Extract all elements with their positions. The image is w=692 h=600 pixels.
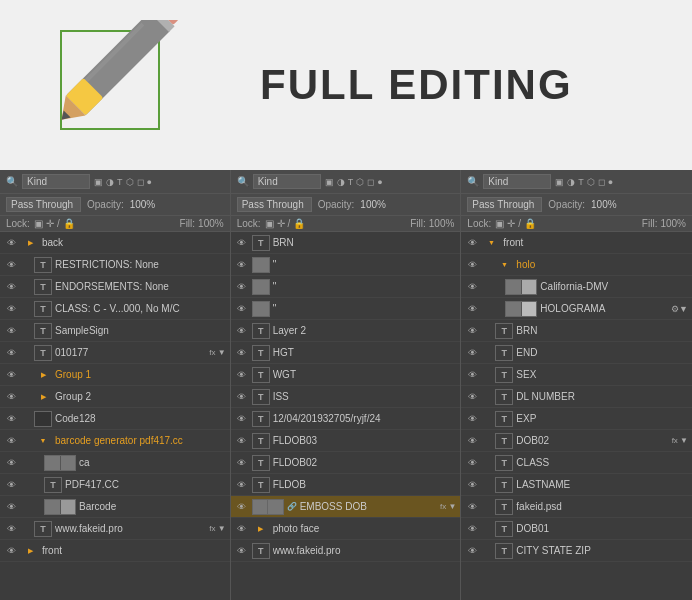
eye-f-cadmv[interactable]: 👁 bbox=[465, 280, 479, 294]
middle-kind-select[interactable]: Kind bbox=[253, 174, 321, 189]
layer-front[interactable]: 👁 ▶ front bbox=[0, 540, 230, 562]
layer-group1[interactable]: 👁 ▶ Group 1 bbox=[0, 364, 230, 386]
layer-ca[interactable]: 👁 ca bbox=[0, 452, 230, 474]
layer-m-emboss[interactable]: 👁 🔗 EMBOSS DOB fx ▼ bbox=[231, 496, 461, 518]
layer-m-www[interactable]: 👁 T www.fakeid.pro bbox=[231, 540, 461, 562]
eye-class[interactable]: 👁 bbox=[4, 302, 18, 316]
layer-f-citystate[interactable]: 👁 T CITY STATE ZIP bbox=[461, 540, 692, 562]
layer-code128[interactable]: 👁 Code128 bbox=[0, 408, 230, 430]
eye-m-quote3[interactable]: 👁 bbox=[235, 302, 249, 316]
eye-f-dob02[interactable]: 👁 bbox=[465, 434, 479, 448]
eye-m-fldob03[interactable]: 👁 bbox=[235, 434, 249, 448]
layer-barcode-img[interactable]: 👁 Barcode bbox=[0, 496, 230, 518]
eye-pdf417[interactable]: 👁 bbox=[4, 478, 18, 492]
layer-f-holograma[interactable]: 👁 HOLOGRAMA ⚙▼ bbox=[461, 298, 692, 320]
eye-m-emboss[interactable]: 👁 bbox=[235, 500, 249, 514]
layer-m-fldob02[interactable]: 👁 T FLDOB02 bbox=[231, 452, 461, 474]
middle-blend-select[interactable]: Pass Through bbox=[237, 197, 312, 212]
settings-holo-icon[interactable]: ⚙▼ bbox=[671, 304, 688, 314]
layer-m-fldob[interactable]: 👁 T FLDOB bbox=[231, 474, 461, 496]
eye-endorsements[interactable]: 👁 bbox=[4, 280, 18, 294]
back-kind-select[interactable]: Kind bbox=[22, 174, 90, 189]
layer-f-dlnumber[interactable]: 👁 T DL NUMBER bbox=[461, 386, 692, 408]
layer-m-hgt[interactable]: 👁 T HGT bbox=[231, 342, 461, 364]
layer-m-quote2[interactable]: 👁 " bbox=[231, 276, 461, 298]
lock-move-icon[interactable]: ✛ bbox=[46, 218, 54, 229]
eye-f-exp[interactable]: 👁 bbox=[465, 412, 479, 426]
layer-m-date[interactable]: 👁 T 12/04/201932705/ryjf/24 bbox=[231, 408, 461, 430]
layer-010177[interactable]: 👁 T 010177 fx ▼ bbox=[0, 342, 230, 364]
eye-f-end[interactable]: 👁 bbox=[465, 346, 479, 360]
front-blend-select[interactable]: Pass Through bbox=[467, 197, 542, 212]
eye-m-iss[interactable]: 👁 bbox=[235, 390, 249, 404]
layer-class[interactable]: 👁 T CLASS: C - V...000, No M/C bbox=[0, 298, 230, 320]
layer-m-quote1[interactable]: 👁 " bbox=[231, 254, 461, 276]
eye-front-root[interactable]: 👁 bbox=[465, 236, 479, 250]
eye-f-holo[interactable]: 👁 bbox=[465, 258, 479, 272]
lock-pixel-icon[interactable]: ▣ bbox=[34, 218, 43, 229]
eye-f-sex[interactable]: 👁 bbox=[465, 368, 479, 382]
eye-front[interactable]: 👁 bbox=[4, 544, 18, 558]
layer-m-brn[interactable]: 👁 T BRN bbox=[231, 232, 461, 254]
eye-m-brn[interactable]: 👁 bbox=[235, 236, 249, 250]
eye-m-photoface[interactable]: 👁 bbox=[235, 522, 249, 536]
lock-all-icon[interactable]: 🔒 bbox=[63, 218, 75, 229]
eye-f-holograma[interactable]: 👁 bbox=[465, 302, 479, 316]
f-lock-artboard-icon[interactable]: / bbox=[518, 218, 521, 229]
eye-m-www[interactable]: 👁 bbox=[235, 544, 249, 558]
m-lock-all-icon[interactable]: 🔒 bbox=[293, 218, 305, 229]
eye-f-lastname[interactable]: 👁 bbox=[465, 478, 479, 492]
eye-group2[interactable]: 👁 bbox=[4, 390, 18, 404]
eye-f-class[interactable]: 👁 bbox=[465, 456, 479, 470]
f-lock-move-icon[interactable]: ✛ bbox=[507, 218, 515, 229]
layer-m-quote3[interactable]: 👁 " bbox=[231, 298, 461, 320]
layer-restrictions[interactable]: 👁 T RESTRICTIONS: None bbox=[0, 254, 230, 276]
layer-f-lastname[interactable]: 👁 T LASTNAME bbox=[461, 474, 692, 496]
m-lock-pixel-icon[interactable]: ▣ bbox=[265, 218, 274, 229]
eye-f-dob01[interactable]: 👁 bbox=[465, 522, 479, 536]
layer-samplesign[interactable]: 👁 T SampleSign bbox=[0, 320, 230, 342]
layer-f-holo[interactable]: 👁 ▼ holo bbox=[461, 254, 692, 276]
eye-m-wgt[interactable]: 👁 bbox=[235, 368, 249, 382]
eye-f-fakeid[interactable]: 👁 bbox=[465, 500, 479, 514]
f-lock-pixel-icon[interactable]: ▣ bbox=[495, 218, 504, 229]
m-lock-move-icon[interactable]: ✛ bbox=[277, 218, 285, 229]
eye-barcode-gen[interactable]: 👁 bbox=[4, 434, 18, 448]
eye-m-fldob02[interactable]: 👁 bbox=[235, 456, 249, 470]
eye-fakeid[interactable]: 👁 bbox=[4, 522, 18, 536]
layer-f-cadmv[interactable]: 👁 California-DMV bbox=[461, 276, 692, 298]
eye-m-hgt[interactable]: 👁 bbox=[235, 346, 249, 360]
eye-f-brn[interactable]: 👁 bbox=[465, 324, 479, 338]
layer-f-sex[interactable]: 👁 T SEX bbox=[461, 364, 692, 386]
layer-f-exp[interactable]: 👁 T EXP bbox=[461, 408, 692, 430]
back-blend-select[interactable]: Pass Through bbox=[6, 197, 81, 212]
layer-m-layer2[interactable]: 👁 T Layer 2 bbox=[231, 320, 461, 342]
eye-010177[interactable]: 👁 bbox=[4, 346, 18, 360]
layer-m-photoface[interactable]: 👁 ▶ photo face bbox=[231, 518, 461, 540]
layer-endorsements[interactable]: 👁 T ENDORSEMENTS: None bbox=[0, 276, 230, 298]
eye-code128[interactable]: 👁 bbox=[4, 412, 18, 426]
eye-m-fldob[interactable]: 👁 bbox=[235, 478, 249, 492]
layer-f-dob02[interactable]: 👁 T DOB02 fx ▼ bbox=[461, 430, 692, 452]
eye-barcode-img[interactable]: 👁 bbox=[4, 500, 18, 514]
layer-barcode-gen[interactable]: 👁 ▼ barcode generator pdf417.cc bbox=[0, 430, 230, 452]
eye-f-dlnumber[interactable]: 👁 bbox=[465, 390, 479, 404]
f-lock-all-icon[interactable]: 🔒 bbox=[524, 218, 536, 229]
layer-f-class[interactable]: 👁 T CLASS bbox=[461, 452, 692, 474]
eye-m-date[interactable]: 👁 bbox=[235, 412, 249, 426]
layer-back-root[interactable]: 👁 ▶ back bbox=[0, 232, 230, 254]
eye-m-layer2[interactable]: 👁 bbox=[235, 324, 249, 338]
layer-group2[interactable]: 👁 ▶ Group 2 bbox=[0, 386, 230, 408]
eye-m-quote1[interactable]: 👁 bbox=[235, 258, 249, 272]
front-kind-select[interactable]: Kind bbox=[483, 174, 551, 189]
eye-back-root[interactable]: 👁 bbox=[4, 236, 18, 250]
layer-f-end[interactable]: 👁 T END bbox=[461, 342, 692, 364]
layer-f-fakeid[interactable]: 👁 T fakeid.psd bbox=[461, 496, 692, 518]
layer-m-iss[interactable]: 👁 T ISS bbox=[231, 386, 461, 408]
m-lock-artboard-icon[interactable]: / bbox=[288, 218, 291, 229]
layer-f-dob01[interactable]: 👁 T DOB01 bbox=[461, 518, 692, 540]
eye-m-quote2[interactable]: 👁 bbox=[235, 280, 249, 294]
eye-ca[interactable]: 👁 bbox=[4, 456, 18, 470]
eye-group1[interactable]: 👁 bbox=[4, 368, 18, 382]
layer-pdf417[interactable]: 👁 T PDF417.CC bbox=[0, 474, 230, 496]
